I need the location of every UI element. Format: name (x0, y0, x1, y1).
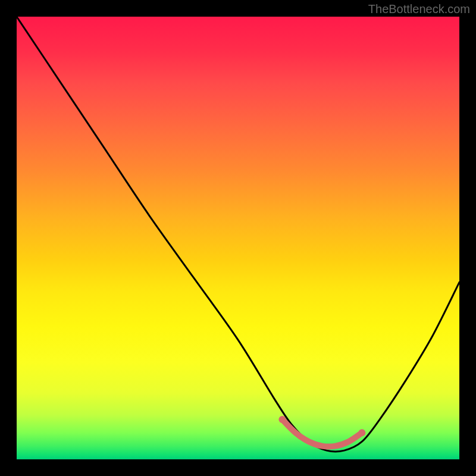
watermark-text: TheBottleneck.com (368, 2, 470, 16)
highlight-segment-path (282, 419, 362, 447)
bottleneck-curve-path (17, 17, 459, 452)
highlight-end-dot (358, 429, 365, 436)
plot-area (17, 17, 459, 459)
highlight-start-dot (278, 416, 286, 423)
curve-svg (17, 17, 459, 459)
